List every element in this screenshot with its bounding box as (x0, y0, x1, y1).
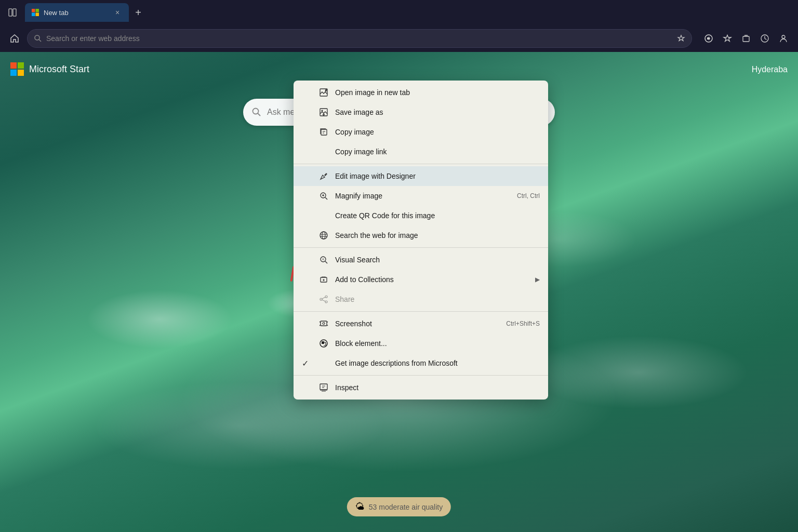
menu-label-save-image: Save image as (335, 108, 540, 116)
svg-rect-0 (9, 9, 12, 16)
menu-label-inspect: Inspect (335, 383, 540, 392)
menu-separator (294, 311, 548, 312)
logo-blue-square (10, 70, 17, 76)
open-image-icon (318, 87, 329, 98)
history-button[interactable] (756, 30, 773, 47)
svg-point-31 (325, 296, 327, 298)
shortcut-screenshot: Ctrl+Shift+S (506, 320, 540, 327)
svg-line-20 (325, 197, 327, 200)
search-icon (34, 34, 42, 43)
menu-label-magnify: Magnify image (335, 192, 511, 200)
svg-line-34 (322, 297, 325, 299)
menu-item-magnify[interactable]: Magnify imageCtrl, Ctrl (294, 186, 548, 206)
location-text: Hyderaba (752, 65, 788, 74)
svg-rect-1 (13, 9, 16, 16)
logo-yellow-square (18, 70, 24, 76)
address-bar[interactable] (27, 29, 692, 48)
menu-item-edit-designer[interactable]: Edit image with Designer (294, 166, 548, 186)
inspect-icon (318, 382, 329, 393)
sidebar-toggle-button[interactable] (4, 4, 21, 21)
menu-item-visual-search[interactable]: Visual Search (294, 250, 548, 270)
magnify-icon (318, 191, 329, 201)
menu-item-copy-image-link[interactable]: Copy image link (294, 142, 548, 162)
menu-label-screenshot: Screenshot (335, 320, 500, 328)
profile-button[interactable] (775, 30, 792, 47)
collections-button[interactable] (738, 30, 754, 47)
menu-label-open-new-tab: Open image in new tab (335, 88, 540, 97)
visual-search-icon (318, 255, 329, 265)
menu-label-copy-image-link: Copy image link (335, 148, 540, 156)
browser-titlebar: New tab × + (0, 0, 798, 25)
menu-item-copy-image[interactable]: Copy image (294, 122, 548, 142)
svg-line-13 (258, 113, 260, 116)
submenu-arrow-add-collections: ▶ (535, 276, 540, 283)
menu-label-image-desc: Get image descriptions from Microsoft (335, 359, 540, 367)
menu-label-copy-image: Copy image (335, 128, 540, 136)
menu-item-image-desc[interactable]: ✓Get image descriptions from Microsoft (294, 353, 548, 373)
active-tab[interactable]: New tab × (25, 3, 129, 22)
svg-rect-5 (36, 13, 39, 17)
menu-item-save-image[interactable]: Save image as (294, 102, 548, 122)
menu-label-search-web: Search the web for image (335, 231, 540, 240)
menu-label-share: Share (335, 295, 540, 303)
menu-label-add-collections: Add to Collections (335, 275, 529, 284)
microsoft-logo (10, 62, 24, 76)
svg-point-6 (35, 35, 39, 40)
no-icon (318, 147, 329, 157)
menu-label-create-qr: Create QR Code for this image (335, 211, 540, 220)
menu-item-inspect[interactable]: Inspect (294, 378, 548, 397)
block-icon (318, 338, 329, 349)
menu-label-block-element: Block element... (335, 339, 540, 348)
svg-point-29 (322, 258, 324, 260)
designer-icon (318, 171, 329, 181)
menu-item-block-element[interactable]: Block element... (294, 334, 548, 353)
menu-separator (294, 375, 548, 376)
favorites-button[interactable] (719, 30, 736, 47)
svg-point-37 (323, 323, 325, 325)
nav-icons-right (700, 30, 792, 47)
address-input[interactable] (46, 34, 673, 43)
home-button[interactable] (6, 30, 23, 47)
screenshot-icon (318, 318, 329, 329)
share-icon (318, 294, 329, 304)
extensions-button[interactable] (700, 30, 717, 47)
copy-image-icon (318, 127, 329, 137)
ms-start-header: Microsoft Start (10, 62, 89, 76)
tab-favicon (31, 8, 39, 17)
context-menu: Open image in new tabSave image asCopy i… (294, 81, 548, 400)
tab-title: New tab (44, 9, 108, 17)
page-search-icon (251, 107, 262, 117)
no-icon (318, 358, 329, 368)
svg-point-11 (782, 35, 785, 38)
menu-item-open-new-tab[interactable]: Open image in new tab (294, 83, 548, 102)
svg-point-32 (320, 298, 322, 300)
svg-point-12 (253, 109, 259, 114)
menu-item-search-web[interactable]: Search the web for image (294, 225, 548, 245)
svg-rect-3 (36, 9, 39, 12)
menu-item-add-collections[interactable]: Add to Collections▶ (294, 270, 548, 289)
svg-point-33 (325, 301, 327, 303)
svg-line-7 (39, 39, 41, 42)
favorites-icon (677, 34, 685, 43)
svg-line-35 (322, 300, 325, 301)
weather-badge[interactable]: 🌤 53 moderate air quality (347, 497, 451, 516)
menu-separator (294, 247, 548, 248)
menu-label-edit-designer: Edit image with Designer (335, 172, 540, 180)
svg-rect-36 (321, 321, 327, 326)
ms-start-label: Microsoft Start (29, 64, 89, 75)
svg-rect-4 (32, 13, 35, 17)
air-quality-label: 53 moderate air quality (369, 503, 443, 511)
menu-label-visual-search: Visual Search (335, 256, 540, 264)
new-tab-button[interactable]: + (131, 5, 145, 20)
shortcut-magnify: Ctrl, Ctrl (517, 192, 540, 200)
tab-close-button[interactable]: × (112, 7, 123, 18)
save-image-icon (318, 107, 329, 117)
menu-item-screenshot[interactable]: ScreenshotCtrl+Shift+S (294, 314, 548, 334)
logo-green-square (18, 62, 24, 69)
window-controls (4, 4, 21, 21)
checkmark-icon: ✓ (302, 358, 312, 368)
menu-item-share: Share (294, 289, 548, 309)
svg-line-28 (325, 261, 327, 263)
menu-item-create-qr[interactable]: Create QR Code for this image (294, 206, 548, 225)
svg-rect-2 (32, 9, 35, 12)
